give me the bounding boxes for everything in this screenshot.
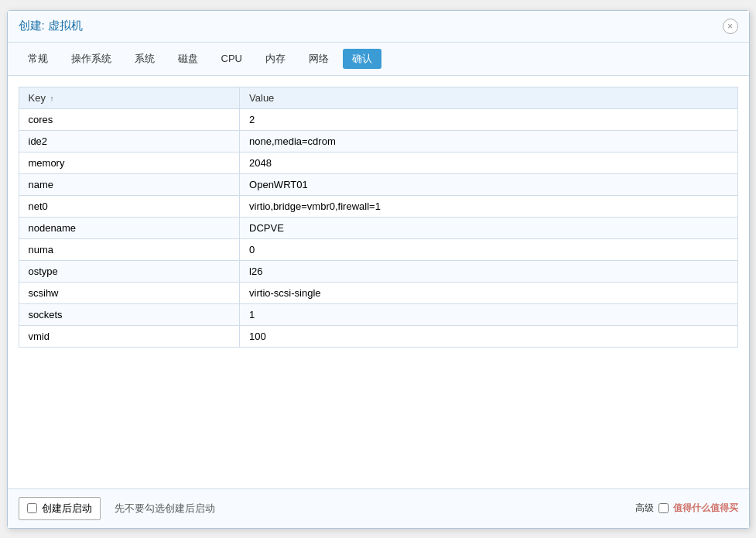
dialog-body: Key ↑ Value cores2ide2none,media=cdromme… xyxy=(8,76,749,488)
tab-os[interactable]: 操作系统 xyxy=(62,49,121,69)
dialog-footer: 创建后启动 先不要勾选创建后启动 高级 值得什么值得买 xyxy=(8,488,749,528)
table-cell-value: l26 xyxy=(240,260,737,282)
table-cell-key: memory xyxy=(19,152,240,173)
table-cell-value: 2048 xyxy=(240,152,737,173)
footer-hint: 先不要勾选创建后启动 xyxy=(115,502,215,516)
tab-memory[interactable]: 内存 xyxy=(256,49,295,69)
tab-network[interactable]: 网络 xyxy=(299,49,338,69)
table-row: ide2none,media=cdrom xyxy=(19,130,737,152)
table-row: scsihwvirtio-scsi-single xyxy=(19,282,737,303)
table-cell-key: ide2 xyxy=(19,130,240,152)
close-button[interactable]: × xyxy=(723,19,738,34)
table-row: vmid100 xyxy=(19,325,737,347)
table-cell-key: sockets xyxy=(19,303,240,325)
table-cell-key: vmid xyxy=(19,325,240,347)
table-row: nodenameDCPVE xyxy=(19,217,737,238)
tab-disk[interactable]: 磁盘 xyxy=(169,49,207,69)
table-cell-value: virtio,bridge=vmbr0,firewall=1 xyxy=(240,195,737,217)
start-after-create-checkbox[interactable]: 创建后启动 xyxy=(19,497,101,520)
table-cell-value: 2 xyxy=(240,108,737,130)
table-cell-key: nodename xyxy=(19,217,240,238)
key-column-header[interactable]: Key ↑ xyxy=(19,87,240,108)
table-cell-value: 0 xyxy=(240,238,737,260)
table-cell-value: OpenWRT01 xyxy=(240,173,737,195)
tab-confirm[interactable]: 确认 xyxy=(343,49,381,69)
start-after-create-input[interactable] xyxy=(27,503,37,513)
table-cell-key: net0 xyxy=(19,195,240,217)
checkbox-label-text: 创建后启动 xyxy=(42,502,92,516)
tab-system[interactable]: 系统 xyxy=(125,49,164,69)
advanced-checkbox[interactable] xyxy=(659,503,669,513)
table-cell-value: 100 xyxy=(240,325,737,347)
table-row: numa0 xyxy=(19,238,737,260)
tab-cpu[interactable]: CPU xyxy=(212,50,251,67)
table-cell-key: name xyxy=(19,173,240,195)
table-row: sockets1 xyxy=(19,303,737,325)
table-row: cores2 xyxy=(19,108,737,130)
table-row: ostypel26 xyxy=(19,260,737,282)
dialog-title: 创建: 虚拟机 xyxy=(19,19,83,33)
table-cell-key: cores xyxy=(19,108,240,130)
table-row: memory2048 xyxy=(19,152,737,173)
tab-general[interactable]: 常规 xyxy=(19,49,57,69)
value-column-header: Value xyxy=(240,87,737,108)
sort-indicator: ↑ xyxy=(50,94,54,103)
close-icon: × xyxy=(727,21,733,32)
dialog-titlebar: 创建: 虚拟机 × xyxy=(8,11,749,43)
table-cell-value: none,media=cdrom xyxy=(240,130,737,152)
watermark-text: 值得什么值得买 xyxy=(673,502,738,515)
table-cell-key: scsihw xyxy=(19,282,240,303)
table-cell-value: DCPVE xyxy=(240,217,737,238)
create-vm-dialog: 创建: 虚拟机 × 常规 操作系统 系统 磁盘 CPU 内存 网络 确认 Key… xyxy=(7,10,750,529)
table-cell-key: numa xyxy=(19,238,240,260)
tab-bar: 常规 操作系统 系统 磁盘 CPU 内存 网络 确认 xyxy=(8,43,749,76)
footer-right: 高级 值得什么值得买 xyxy=(635,502,738,515)
footer-left: 创建后启动 先不要勾选创建后启动 xyxy=(19,497,215,520)
config-table: Key ↑ Value cores2ide2none,media=cdromme… xyxy=(19,87,738,348)
advanced-label: 高级 xyxy=(635,502,654,515)
table-cell-key: ostype xyxy=(19,260,240,282)
table-cell-value: 1 xyxy=(240,303,737,325)
table-row: net0virtio,bridge=vmbr0,firewall=1 xyxy=(19,195,737,217)
table-cell-value: virtio-scsi-single xyxy=(240,282,737,303)
table-row: nameOpenWRT01 xyxy=(19,173,737,195)
